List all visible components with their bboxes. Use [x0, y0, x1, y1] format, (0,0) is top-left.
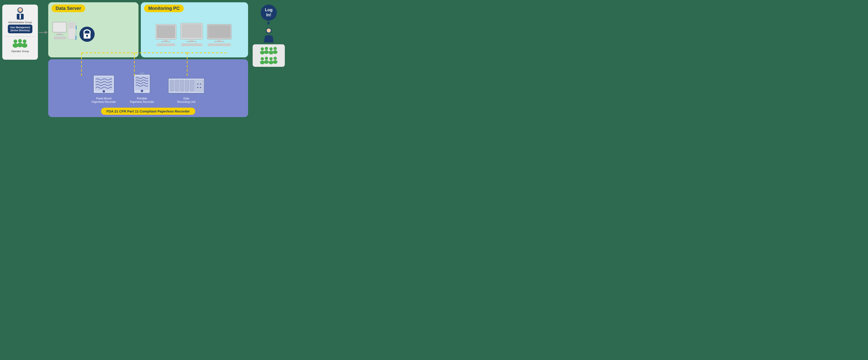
- data-recording-unit-label: Data Recording Unit: [177, 97, 195, 104]
- top-row: Data Server: [48, 2, 248, 57]
- operator-group-icon: [12, 39, 28, 49]
- svg-point-10: [22, 43, 27, 48]
- svg-point-86: [270, 57, 273, 60]
- login-container: Log In!: [261, 5, 277, 25]
- svg-rect-55: [170, 80, 174, 91]
- panel-mount-label: Panel Mount Paperless Recorder: [92, 97, 116, 104]
- svg-rect-34: [190, 39, 193, 41]
- svg-point-53: [141, 90, 143, 92]
- main-diagram: Administrative Group User Management (Ac…: [0, 0, 289, 120]
- right-groups-box: [253, 44, 285, 67]
- svg-point-75: [260, 51, 265, 55]
- admin-figure: [14, 7, 26, 20]
- monitoring-monitors-icon: [155, 21, 234, 48]
- portable-recorder-item: Portable Paperless Recorder: [130, 72, 154, 104]
- svg-point-87: [269, 61, 273, 64]
- operator-label: Operator Group: [11, 50, 29, 53]
- data-recording-unit-item: Data Recording Unit: [168, 77, 205, 104]
- svg-rect-17: [69, 23, 75, 24]
- lock-icon: [79, 26, 95, 42]
- svg-rect-60: [195, 80, 203, 91]
- svg-point-77: [264, 50, 269, 54]
- svg-point-81: [273, 50, 277, 54]
- svg-rect-41: [208, 43, 231, 46]
- panel-mount-recorder-item: Panel Mount Paperless Recorder: [92, 75, 116, 104]
- svg-point-73: [267, 29, 271, 33]
- svg-point-5: [13, 39, 17, 43]
- monitoring-pc-title: Monitoring PC: [144, 5, 184, 12]
- svg-point-64: [200, 87, 201, 88]
- arrow-connector: [39, 32, 47, 33]
- divider: [5, 36, 36, 37]
- svg-rect-40: [214, 41, 224, 42]
- svg-rect-29: [164, 39, 167, 41]
- svg-rect-15: [54, 36, 66, 39]
- svg-point-85: [264, 60, 269, 64]
- svg-rect-14: [56, 34, 63, 35]
- svg-rect-28: [156, 25, 175, 38]
- svg-rect-26: [87, 36, 88, 37]
- svg-point-7: [18, 39, 22, 43]
- data-server-title: Data Server: [52, 5, 85, 12]
- svg-rect-19: [69, 27, 75, 28]
- svg-point-62: [200, 83, 201, 85]
- svg-point-88: [274, 57, 277, 60]
- svg-point-82: [261, 57, 264, 60]
- data-server-content: [52, 14, 135, 55]
- svg-rect-56: [175, 80, 179, 91]
- svg-point-9: [23, 39, 26, 43]
- monitoring-pc-content: [144, 14, 245, 55]
- svg-rect-71: [186, 93, 188, 94]
- svg-rect-33: [182, 24, 202, 38]
- admin-label: Administrative Group: [8, 21, 32, 24]
- svg-rect-3: [20, 14, 21, 19]
- svg-point-84: [265, 57, 268, 60]
- user-mgmt-button: User Management (Active Directory): [8, 25, 32, 33]
- svg-rect-16: [68, 22, 75, 39]
- right-panel: Log In!: [250, 5, 287, 67]
- monitoring-pc-box: Monitoring PC: [141, 2, 248, 57]
- svg-rect-67: [175, 93, 177, 94]
- svg-rect-31: [157, 43, 175, 46]
- svg-rect-59: [190, 80, 194, 91]
- svg-point-89: [273, 60, 277, 64]
- panel-mount-icon: [92, 75, 115, 96]
- svg-rect-68: [178, 93, 180, 94]
- login-bubble: Log In!: [261, 5, 277, 21]
- data-recording-unit-icon: [168, 77, 205, 96]
- svg-rect-21: [76, 31, 77, 35]
- data-server-box: Data Server: [48, 2, 138, 57]
- left-panel: Administrative Group User Management (Ac…: [2, 5, 38, 60]
- server-computer-icon: [52, 21, 77, 48]
- svg-rect-39: [218, 39, 221, 41]
- svg-rect-66: [173, 93, 174, 94]
- svg-rect-22: [75, 36, 77, 40]
- svg-point-49: [103, 90, 105, 93]
- recorders-panel: Panel Mount Paperless Recorder: [48, 59, 248, 117]
- svg-rect-70: [184, 93, 185, 94]
- svg-rect-38: [208, 25, 230, 38]
- right-group-2-icon: [259, 57, 278, 65]
- svg-point-83: [260, 61, 265, 64]
- svg-rect-69: [181, 93, 183, 94]
- fda-banner: FDA 21 CFR Part 11 Compliant Paperless R…: [101, 108, 195, 115]
- svg-rect-20: [76, 26, 77, 30]
- svg-rect-30: [161, 41, 170, 42]
- svg-rect-35: [187, 41, 197, 42]
- arrow-line: [39, 32, 47, 33]
- portable-recorder-label: Portable Paperless Recorder: [130, 97, 154, 104]
- svg-point-78: [270, 47, 273, 51]
- svg-rect-57: [180, 80, 184, 91]
- svg-rect-58: [185, 80, 189, 91]
- lock-container: [79, 26, 95, 43]
- svg-rect-50: [140, 72, 144, 74]
- right-group-1-icon: [259, 46, 278, 55]
- svg-point-61: [197, 83, 198, 85]
- svg-rect-18: [69, 25, 75, 26]
- center-area: Data Server: [48, 2, 248, 117]
- svg-point-79: [269, 51, 273, 55]
- svg-point-1: [18, 8, 22, 12]
- svg-rect-12: [53, 23, 66, 31]
- admin-person-icon: [14, 7, 26, 20]
- svg-point-63: [197, 87, 198, 88]
